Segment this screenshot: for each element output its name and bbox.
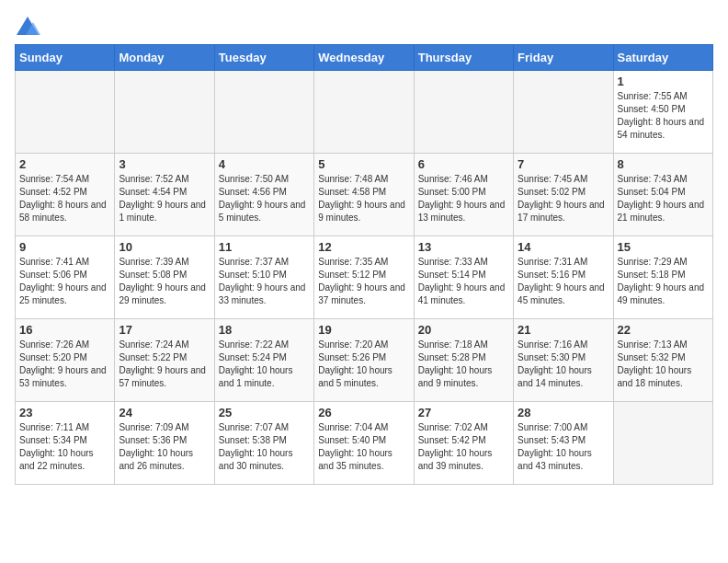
calendar-day-cell: 8Sunrise: 7:43 AM Sunset: 5:04 PM Daylig… xyxy=(613,154,712,236)
calendar-day-cell: 19Sunrise: 7:20 AM Sunset: 5:26 PM Dayli… xyxy=(314,319,414,402)
calendar-day-cell: 11Sunrise: 7:37 AM Sunset: 5:10 PM Dayli… xyxy=(214,236,313,319)
day-info: Sunrise: 7:07 AM Sunset: 5:38 PM Dayligh… xyxy=(219,421,310,473)
day-number: 6 xyxy=(418,157,509,171)
calendar-day-cell: 17Sunrise: 7:24 AM Sunset: 5:22 PM Dayli… xyxy=(115,319,214,402)
calendar-day-cell xyxy=(16,71,115,154)
day-number: 21 xyxy=(518,323,609,337)
calendar-day-cell xyxy=(613,402,712,485)
calendar-day-cell: 7Sunrise: 7:45 AM Sunset: 5:02 PM Daylig… xyxy=(514,154,613,236)
day-number: 12 xyxy=(318,240,409,254)
logo xyxy=(15,15,44,40)
day-number: 13 xyxy=(418,240,509,254)
calendar-day-cell xyxy=(314,71,414,154)
calendar-day-cell: 3Sunrise: 7:52 AM Sunset: 4:54 PM Daylig… xyxy=(115,154,214,236)
calendar-day-cell: 26Sunrise: 7:04 AM Sunset: 5:40 PM Dayli… xyxy=(314,402,414,485)
calendar-day-cell: 13Sunrise: 7:33 AM Sunset: 5:14 PM Dayli… xyxy=(414,236,513,319)
day-info: Sunrise: 7:37 AM Sunset: 5:10 PM Dayligh… xyxy=(219,256,310,307)
calendar-day-cell: 25Sunrise: 7:07 AM Sunset: 5:38 PM Dayli… xyxy=(214,402,313,485)
calendar-day-cell: 9Sunrise: 7:41 AM Sunset: 5:06 PM Daylig… xyxy=(16,236,115,319)
calendar-day-cell: 18Sunrise: 7:22 AM Sunset: 5:24 PM Dayli… xyxy=(214,319,313,402)
day-number: 26 xyxy=(318,406,409,419)
day-info: Sunrise: 7:43 AM Sunset: 5:04 PM Dayligh… xyxy=(618,173,709,224)
day-number: 2 xyxy=(19,157,110,171)
calendar-day-cell: 6Sunrise: 7:46 AM Sunset: 5:00 PM Daylig… xyxy=(414,154,513,236)
day-info: Sunrise: 7:00 AM Sunset: 5:43 PM Dayligh… xyxy=(518,421,609,473)
calendar-table: SundayMondayTuesdayWednesdayThursdayFrid… xyxy=(15,44,713,485)
calendar-day-cell: 16Sunrise: 7:26 AM Sunset: 5:20 PM Dayli… xyxy=(16,319,115,402)
day-number: 10 xyxy=(119,240,210,254)
calendar-day-cell: 23Sunrise: 7:11 AM Sunset: 5:34 PM Dayli… xyxy=(16,402,115,485)
day-number: 27 xyxy=(418,406,509,419)
day-number: 28 xyxy=(518,406,609,419)
day-info: Sunrise: 7:11 AM Sunset: 5:34 PM Dayligh… xyxy=(19,421,110,473)
day-info: Sunrise: 7:55 AM Sunset: 4:50 PM Dayligh… xyxy=(618,90,709,142)
day-info: Sunrise: 7:24 AM Sunset: 5:22 PM Dayligh… xyxy=(119,339,210,390)
calendar-day-cell: 4Sunrise: 7:50 AM Sunset: 4:56 PM Daylig… xyxy=(214,154,313,236)
day-number: 23 xyxy=(19,406,110,419)
day-info: Sunrise: 7:41 AM Sunset: 5:06 PM Dayligh… xyxy=(19,256,110,307)
calendar-day-cell: 21Sunrise: 7:16 AM Sunset: 5:30 PM Dayli… xyxy=(514,319,613,402)
calendar-day-cell: 5Sunrise: 7:48 AM Sunset: 4:58 PM Daylig… xyxy=(314,154,414,236)
calendar-day-cell xyxy=(115,71,214,154)
day-info: Sunrise: 7:22 AM Sunset: 5:24 PM Dayligh… xyxy=(219,339,310,390)
day-number: 1 xyxy=(618,75,709,88)
day-number: 5 xyxy=(318,157,409,171)
day-info: Sunrise: 7:54 AM Sunset: 4:52 PM Dayligh… xyxy=(19,173,110,224)
day-info: Sunrise: 7:26 AM Sunset: 5:20 PM Dayligh… xyxy=(19,339,110,390)
day-info: Sunrise: 7:39 AM Sunset: 5:08 PM Dayligh… xyxy=(119,256,210,307)
day-number: 15 xyxy=(618,240,709,254)
day-info: Sunrise: 7:02 AM Sunset: 5:42 PM Dayligh… xyxy=(418,421,509,473)
calendar-day-cell xyxy=(514,71,613,154)
calendar-day-cell xyxy=(214,71,313,154)
calendar-week-row: 2Sunrise: 7:54 AM Sunset: 4:52 PM Daylig… xyxy=(16,154,713,236)
calendar-week-row: 9Sunrise: 7:41 AM Sunset: 5:06 PM Daylig… xyxy=(16,236,713,319)
calendar-week-row: 23Sunrise: 7:11 AM Sunset: 5:34 PM Dayli… xyxy=(16,402,713,485)
day-info: Sunrise: 7:52 AM Sunset: 4:54 PM Dayligh… xyxy=(119,173,210,224)
day-info: Sunrise: 7:46 AM Sunset: 5:00 PM Dayligh… xyxy=(418,173,509,224)
calendar-week-row: 16Sunrise: 7:26 AM Sunset: 5:20 PM Dayli… xyxy=(16,319,713,402)
header-monday: Monday xyxy=(115,45,214,71)
day-number: 11 xyxy=(219,240,310,254)
day-number: 16 xyxy=(19,323,110,337)
day-info: Sunrise: 7:45 AM Sunset: 5:02 PM Dayligh… xyxy=(518,173,609,224)
calendar-header-row: SundayMondayTuesdayWednesdayThursdayFrid… xyxy=(16,45,713,71)
header-sunday: Sunday xyxy=(16,45,115,71)
day-info: Sunrise: 7:50 AM Sunset: 4:56 PM Dayligh… xyxy=(219,173,310,224)
calendar-day-cell: 27Sunrise: 7:02 AM Sunset: 5:42 PM Dayli… xyxy=(414,402,513,485)
calendar-day-cell: 20Sunrise: 7:18 AM Sunset: 5:28 PM Dayli… xyxy=(414,319,513,402)
day-info: Sunrise: 7:33 AM Sunset: 5:14 PM Dayligh… xyxy=(418,256,509,307)
day-info: Sunrise: 7:13 AM Sunset: 5:32 PM Dayligh… xyxy=(618,339,709,390)
calendar-day-cell: 28Sunrise: 7:00 AM Sunset: 5:43 PM Dayli… xyxy=(514,402,613,485)
header-friday: Friday xyxy=(514,45,613,71)
page-header xyxy=(15,15,713,40)
calendar-day-cell xyxy=(414,71,513,154)
day-info: Sunrise: 7:09 AM Sunset: 5:36 PM Dayligh… xyxy=(119,421,210,473)
calendar-week-row: 1Sunrise: 7:55 AM Sunset: 4:50 PM Daylig… xyxy=(16,71,713,154)
calendar-day-cell: 10Sunrise: 7:39 AM Sunset: 5:08 PM Dayli… xyxy=(115,236,214,319)
calendar-day-cell: 22Sunrise: 7:13 AM Sunset: 5:32 PM Dayli… xyxy=(613,319,712,402)
calendar-day-cell: 24Sunrise: 7:09 AM Sunset: 5:36 PM Dayli… xyxy=(115,402,214,485)
day-number: 8 xyxy=(618,157,709,171)
day-number: 18 xyxy=(219,323,310,337)
day-info: Sunrise: 7:29 AM Sunset: 5:18 PM Dayligh… xyxy=(618,256,709,307)
day-number: 19 xyxy=(318,323,409,337)
calendar-day-cell: 14Sunrise: 7:31 AM Sunset: 5:16 PM Dayli… xyxy=(514,236,613,319)
calendar-day-cell: 1Sunrise: 7:55 AM Sunset: 4:50 PM Daylig… xyxy=(613,71,712,154)
day-number: 25 xyxy=(219,406,310,419)
day-info: Sunrise: 7:16 AM Sunset: 5:30 PM Dayligh… xyxy=(518,339,609,390)
day-number: 22 xyxy=(618,323,709,337)
day-number: 4 xyxy=(219,157,310,171)
calendar-day-cell: 15Sunrise: 7:29 AM Sunset: 5:18 PM Dayli… xyxy=(613,236,712,319)
day-info: Sunrise: 7:35 AM Sunset: 5:12 PM Dayligh… xyxy=(318,256,409,307)
header-tuesday: Tuesday xyxy=(214,45,313,71)
day-info: Sunrise: 7:31 AM Sunset: 5:16 PM Dayligh… xyxy=(518,256,609,307)
header-saturday: Saturday xyxy=(613,45,712,71)
day-number: 9 xyxy=(19,240,110,254)
day-number: 14 xyxy=(518,240,609,254)
header-wednesday: Wednesday xyxy=(314,45,414,71)
day-number: 20 xyxy=(418,323,509,337)
day-number: 7 xyxy=(518,157,609,171)
day-number: 17 xyxy=(119,323,210,337)
day-number: 24 xyxy=(119,406,210,419)
day-number: 3 xyxy=(119,157,210,171)
